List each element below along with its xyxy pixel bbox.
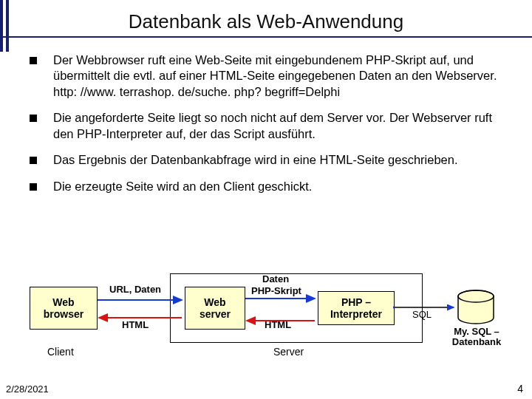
box-web-server: Web server: [185, 287, 245, 330]
list-item: Die angeforderte Seite liegt so noch nic…: [30, 110, 502, 142]
caption-client: Client: [47, 346, 74, 358]
bullet-list: Der Webbrowser ruft eine Web-Seite mit e…: [0, 38, 532, 194]
label-php-skript: PHP-Skript: [251, 285, 301, 296]
label-url-daten: URL, Daten: [109, 284, 161, 295]
bullet-text: Die erzeugte Seite wird an den Client ge…: [53, 179, 502, 194]
bullet-text: Der Webbrowser ruft eine Web-Seite mit e…: [53, 52, 502, 100]
bullet-text: Das Ergebnis der Datenbankabfrage wird i…: [53, 152, 502, 168]
db-cylinder-icon: [455, 290, 497, 330]
slide-title: Datenbank als Web-Anwendung: [0, 10, 532, 33]
footer-date: 2/28/2021: [6, 383, 49, 395]
bullet-icon: [30, 57, 37, 64]
footer-page-number: 4: [517, 383, 523, 395]
box-web-browser: Web browser: [30, 287, 98, 330]
label-html: HTML: [122, 319, 149, 330]
box-php-interpreter: PHP – Interpreter: [318, 291, 395, 325]
list-item: Der Webbrowser ruft eine Web-Seite mit e…: [30, 52, 502, 100]
list-item: Das Ergebnis der Datenbankabfrage wird i…: [30, 152, 502, 168]
bullet-icon: [30, 183, 37, 191]
bullet-icon: [30, 157, 37, 164]
bullet-text: Die angeforderte Seite liegt so noch nic…: [53, 110, 502, 142]
list-item: Die erzeugte Seite wird an den Client ge…: [30, 179, 502, 194]
label-sql: SQL: [412, 309, 432, 320]
caption-server: Server: [273, 346, 304, 358]
architecture-diagram: Web browser Web server PHP – Interpreter…: [30, 273, 502, 369]
slide-edge-decoration: [0, 0, 10, 52]
bullet-icon: [30, 115, 37, 122]
label-daten: Daten: [262, 273, 289, 284]
label-db: My. SQL – Datenbank: [443, 327, 510, 348]
label-html2: HTML: [265, 319, 291, 330]
